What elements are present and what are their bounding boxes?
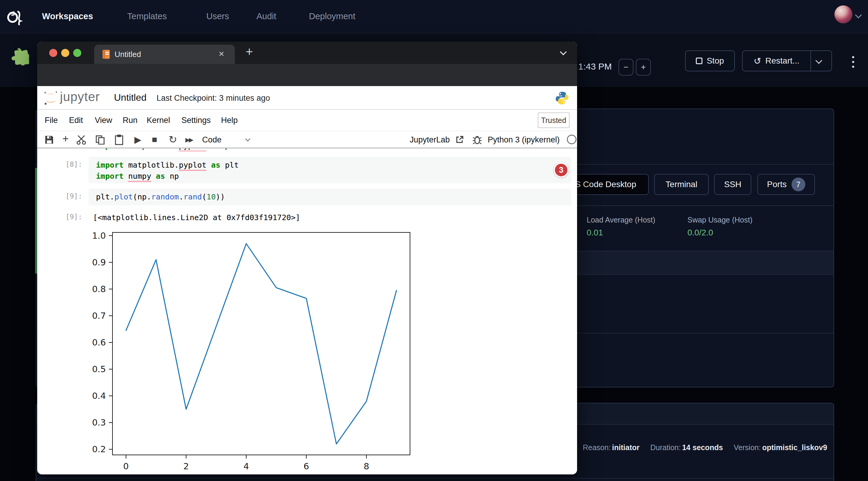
cell9-input[interactable]: plt.plot(np.random.rand(10)) [89,189,571,205]
svg-text:0: 0 [123,461,129,472]
svg-text:6: 6 [304,461,309,472]
traffic-minimize-button[interactable] [61,49,69,57]
tab-close-icon[interactable]: × [219,48,224,59]
stop-label: Stop [707,56,724,66]
build-meta-row: Reason: initiator Duration: 14 seconds V… [583,443,827,452]
cell8-input[interactable]: import matplotlib.pyplot as plt import n… [89,157,571,183]
svg-text:0.7: 0.7 [92,311,106,321]
cell-type-dropdown[interactable]: Code [202,135,222,145]
svg-text:8: 8 [364,461,369,472]
svg-text:4: 4 [244,461,249,472]
nav-templates[interactable]: Templates [127,11,167,21]
open-jupyterlab-link[interactable]: JupyterLab [410,135,450,145]
build-duration: Duration: 14 seconds [650,443,723,452]
ssh-button[interactable]: SSH [714,174,751,195]
interrupt-kernel-icon[interactable]: ■ [152,134,157,145]
terminal-button[interactable]: Terminal [654,174,709,195]
cell9-output-text: [<matplotlib.lines.Line2D at 0x7fd03f191… [93,213,300,222]
clipped-cell-sliver: import matplotlib.pyplot as plt [96,149,366,152]
tab-title: Untitled [115,50,141,59]
svg-text:2: 2 [183,461,189,472]
swap-usage-label: Swap Usage (Host) [687,216,752,224]
stop-workspace-button[interactable]: Stop [685,51,735,71]
chevron-down-icon[interactable] [855,12,862,19]
cell8-line1: import matplotlib.pyplot as plt [96,160,239,169]
svg-text:0.9: 0.9 [92,257,106,267]
notification-count-badge: 3 [554,163,569,178]
menu-help[interactable]: Help [221,116,238,125]
svg-text:0.8: 0.8 [92,284,106,294]
ttl-increase-button[interactable]: + [636,59,651,75]
svg-text:0.6: 0.6 [92,338,106,348]
vscode-desktop-label: VS Code Desktop [569,180,637,189]
traffic-zoom-button[interactable] [73,49,81,57]
load-average-label: Load Average (Host) [587,216,655,224]
build-reason: Reason: initiator [583,443,640,452]
workspace-menu-kebab[interactable] [852,53,854,70]
load-average-value: 0.01 [587,228,655,237]
run-cell-icon[interactable]: ▶ [134,134,141,145]
svg-text:1.0: 1.0 [92,231,106,241]
nav-workspaces[interactable]: Workspaces [42,11,93,21]
menu-file[interactable]: File [45,116,58,125]
agent-status-accent-bar [35,168,37,274]
jupyter-brand: jupyter [60,90,100,104]
ports-button[interactable]: Ports 7 [757,174,815,195]
checkpoint-status: Last Checkpoint: 3 minutes ago [157,94,270,103]
cell9-output-prompt: [9]: [52,213,82,221]
workspace-stop-time: 1:43 PM [578,62,612,72]
kernel-name[interactable]: Python 3 (ipykernel) [488,135,560,145]
jupyter-header: jupyter Untitled Last Checkpoint: 3 minu… [37,86,577,110]
ports-label: Ports [767,180,786,189]
jupyter-logo-icon [43,90,58,106]
menu-run[interactable]: Run [123,116,138,125]
swap-usage-value: 0.0/2.0 [687,228,752,237]
cell-type-chevron[interactable] [245,136,250,141]
cell9-prompt: [9]: [52,192,82,200]
terminal-label: Terminal [665,180,698,189]
matplotlib-line-chart: 0.20.30.40.50.60.70.80.91.002468 [90,227,426,473]
copy-icon[interactable] [95,135,105,145]
jupyter-menubar: File Edit View Run Kernel Settings Help … [37,110,577,131]
menu-settings[interactable]: Settings [182,116,211,125]
trusted-button[interactable]: Trusted [538,113,569,128]
paste-icon[interactable] [115,134,124,145]
coder-logo-icon[interactable] [5,8,23,25]
svg-text:0.4: 0.4 [92,391,106,401]
screen: Workspaces Templates Users Audit Deploym… [0,0,868,481]
restart-label: Restart... [766,56,800,66]
ssh-label: SSH [724,180,741,189]
workspace-puzzle-icon [10,47,29,65]
notebook-title[interactable]: Untitled [114,92,147,103]
menu-view[interactable]: View [95,116,112,125]
swap-usage-stat: Swap Usage (Host) 0.0/2.0 [687,216,752,237]
cut-icon[interactable] [76,135,86,145]
menu-kernel[interactable]: Kernel [147,116,170,125]
restart-kernel-icon[interactable]: ↻ [168,133,177,146]
build-version: Version: optimistic_liskov9 [734,443,827,452]
user-avatar[interactable] [834,5,852,23]
debugger-bug-icon[interactable] [473,135,482,145]
jupyter-toolbar: + ▶ ■ ↻ ▶▶ Code JupyterLab [37,131,577,149]
nav-deployment[interactable]: Deployment [309,11,355,21]
tab-search-chevron[interactable] [560,49,567,56]
save-icon[interactable] [44,135,54,145]
python-logo-icon [555,91,569,105]
ttl-decrease-button[interactable]: − [618,59,633,75]
external-link-icon[interactable] [456,135,464,143]
nav-users[interactable]: Users [206,11,229,21]
svg-text:0.3: 0.3 [92,417,106,428]
run-all-icon[interactable]: ▶▶ [185,136,192,143]
svg-text:0.5: 0.5 [92,364,106,374]
insert-cell-icon[interactable]: + [62,133,69,145]
browser-tab[interactable]: Untitled × [94,45,235,64]
new-tab-button[interactable]: + [246,45,253,59]
nav-audit[interactable]: Audit [256,11,276,21]
notebook-favicon [102,50,110,59]
restart-icon: ↺ [754,56,761,66]
browser-toolbar: ← → ↻ 5555--main--test--matifali.atif.cd… [37,64,577,86]
menu-edit[interactable]: Edit [69,116,83,125]
top-nav-bar: Workspaces Templates Users Audit Deploym… [0,0,868,33]
cell8-line2: import numpy as np [96,171,179,181]
traffic-close-button[interactable] [49,49,57,57]
